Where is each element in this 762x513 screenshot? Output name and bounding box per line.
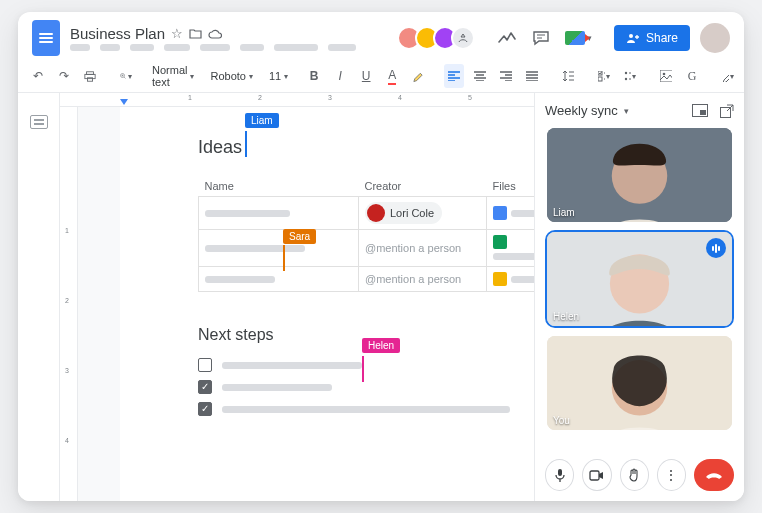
- document-title[interactable]: Business Plan: [70, 25, 165, 42]
- bold-button[interactable]: B: [304, 64, 324, 88]
- docs-logo-icon[interactable]: [32, 20, 60, 56]
- underline-button[interactable]: U: [356, 64, 376, 88]
- slides-file-icon: [493, 272, 507, 286]
- svg-point-0: [629, 34, 633, 38]
- align-right-button[interactable]: [496, 64, 516, 88]
- more-options-button[interactable]: ⋮: [657, 459, 686, 491]
- account-avatar[interactable]: [700, 23, 730, 53]
- svg-rect-6: [598, 77, 602, 81]
- bulleted-list-button[interactable]: ▾: [620, 64, 640, 88]
- checkbox-checked-icon[interactable]: [198, 380, 212, 394]
- heading-next-steps[interactable]: Next steps: [198, 326, 510, 344]
- checklist-item[interactable]: Helen: [198, 358, 510, 372]
- cursor-flag-liam: Liam: [245, 113, 279, 128]
- tile-name-label: Liam: [553, 207, 575, 218]
- svg-rect-20: [558, 469, 562, 476]
- checklist[interactable]: Helen: [198, 358, 510, 416]
- checklist-button[interactable]: ▾: [594, 64, 614, 88]
- undo-button[interactable]: ↶: [28, 64, 48, 88]
- meet-panel: Weekly sync ▾ Liam Helen: [534, 93, 744, 501]
- text-color-button[interactable]: A: [382, 64, 402, 88]
- table-row[interactable]: Lori Cole: [199, 197, 535, 230]
- zoom-button[interactable]: ▾: [116, 64, 136, 88]
- horizontal-ruler[interactable]: 1 2 3 4 5 6: [60, 93, 534, 107]
- video-tile[interactable]: Liam: [547, 128, 732, 222]
- mention-placeholder[interactable]: @mention a person: [365, 273, 461, 285]
- formatting-toolbar: ↶ ↷ ▾ Normal text▾ Roboto▾ 11▾ B I U A ▾: [18, 60, 744, 93]
- pip-icon[interactable]: [692, 104, 708, 118]
- line-spacing-button[interactable]: [558, 64, 578, 88]
- cloud-saved-icon[interactable]: [208, 29, 222, 39]
- share-button[interactable]: Share: [614, 25, 690, 51]
- move-icon[interactable]: [189, 28, 202, 39]
- paragraph-style-select[interactable]: Normal text▾: [152, 64, 194, 88]
- align-justify-button[interactable]: [522, 64, 542, 88]
- share-label: Share: [646, 31, 678, 45]
- font-family-select[interactable]: Roboto▾: [210, 70, 252, 82]
- share-person-icon: [626, 32, 640, 44]
- col-header-creator: Creator: [359, 176, 487, 197]
- col-header-name: Name: [199, 176, 359, 197]
- left-rail: [18, 93, 60, 501]
- insert-image-button[interactable]: [656, 64, 676, 88]
- docs-file-icon: [493, 206, 507, 220]
- meet-call-title[interactable]: Weekly sync: [545, 103, 618, 118]
- tile-name-label: You: [553, 415, 570, 426]
- insert-button[interactable]: G: [682, 64, 702, 88]
- person-chip[interactable]: Lori Cole: [365, 202, 442, 224]
- cursor-flag-helen: Helen: [362, 338, 400, 353]
- comments-icon[interactable]: [531, 28, 551, 48]
- mic-button[interactable]: [545, 459, 574, 491]
- menu-bar[interactable]: [70, 44, 356, 51]
- tile-name-label: Helen: [553, 311, 579, 322]
- align-left-button[interactable]: [444, 64, 464, 88]
- svg-point-8: [625, 77, 627, 79]
- table-row[interactable]: @mention a person: [199, 267, 535, 292]
- table-row[interactable]: Sara @mention a person: [199, 230, 535, 267]
- svg-rect-12: [700, 110, 706, 115]
- vertical-ruler[interactable]: 1 2 3 4: [60, 107, 78, 501]
- editing-mode-button[interactable]: ▾: [718, 64, 738, 88]
- caret-icon[interactable]: ▾: [624, 106, 629, 116]
- activity-icon[interactable]: [497, 28, 517, 48]
- sheets-file-icon: [493, 235, 507, 249]
- star-icon[interactable]: ☆: [171, 26, 183, 41]
- italic-button[interactable]: I: [330, 64, 350, 88]
- svg-point-10: [663, 73, 666, 76]
- popout-icon[interactable]: [720, 104, 734, 118]
- meet-controls: ⋮: [535, 449, 744, 501]
- collaborator-avatars[interactable]: [397, 26, 475, 50]
- font-size-select[interactable]: 11▾: [269, 70, 288, 82]
- col-header-files: Files: [487, 176, 535, 197]
- video-tile[interactable]: Helen: [547, 232, 732, 326]
- print-button[interactable]: [80, 64, 100, 88]
- svg-point-7: [625, 71, 627, 73]
- heading-ideas[interactable]: Ideas: [198, 137, 242, 157]
- meet-camera-icon: [565, 31, 585, 45]
- meet-button[interactable]: ▾: [565, 31, 592, 45]
- checklist-item[interactable]: [198, 402, 510, 416]
- checklist-item[interactable]: [198, 380, 510, 394]
- ideas-table[interactable]: Name Creator Files Lori Cole: [198, 176, 534, 292]
- document-area: 1 2 3 4 5 6 1 2 3 4 Ideas Liam: [60, 93, 534, 501]
- outline-icon[interactable]: [30, 115, 48, 129]
- camera-button[interactable]: [582, 459, 611, 491]
- highlight-button[interactable]: [408, 64, 428, 88]
- checkbox-unchecked-icon[interactable]: [198, 358, 212, 372]
- checkbox-checked-icon[interactable]: [198, 402, 212, 416]
- hangup-button[interactable]: [694, 459, 734, 491]
- redo-button[interactable]: ↷: [54, 64, 74, 88]
- video-tile[interactable]: You: [547, 336, 732, 430]
- align-center-button[interactable]: [470, 64, 490, 88]
- cursor-flag-sara: Sara: [283, 229, 316, 244]
- mention-placeholder[interactable]: @mention a person: [365, 242, 461, 254]
- speaking-indicator-icon: [706, 238, 726, 258]
- indent-marker-icon[interactable]: [120, 99, 128, 105]
- svg-rect-21: [590, 471, 599, 480]
- document-page[interactable]: Ideas Liam Name Creator Files: [120, 107, 534, 501]
- title-bar: Business Plan ☆: [18, 12, 744, 60]
- raise-hand-button[interactable]: [620, 459, 649, 491]
